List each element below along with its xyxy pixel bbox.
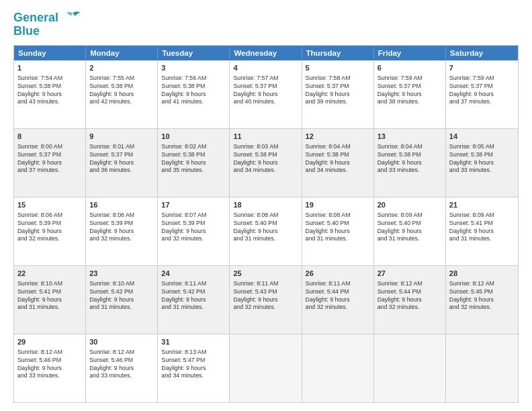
day-info: Sunrise: 8:02 AM: [161, 143, 226, 151]
day-info: Daylight: 9 hours: [306, 296, 370, 304]
header: General Blue: [13, 11, 519, 38]
day-info: and 32 minutes.: [233, 304, 298, 312]
calendar-day-10: 10Sunrise: 8:02 AMSunset: 5:38 PMDayligh…: [158, 129, 230, 197]
day-info: Sunrise: 7:57 AM: [233, 75, 298, 83]
day-info: Sunset: 5:40 PM: [306, 220, 370, 228]
calendar-day-31: 31Sunrise: 8:13 AMSunset: 5:47 PMDayligh…: [158, 334, 230, 402]
day-info: and 33 minutes.: [378, 167, 442, 175]
day-info: Daylight: 9 hours: [233, 159, 298, 167]
day-info: Daylight: 9 hours: [306, 228, 370, 236]
calendar-day-14: 14Sunrise: 8:05 AMSunset: 5:38 PMDayligh…: [446, 129, 518, 197]
day-number: 10: [161, 132, 226, 142]
calendar-day-26: 26Sunrise: 8:11 AMSunset: 5:44 PMDayligh…: [302, 266, 374, 334]
day-info: and 32 minutes.: [89, 235, 154, 243]
calendar-day-3: 3Sunrise: 7:56 AMSunset: 5:38 PMDaylight…: [158, 60, 230, 128]
day-info: Sunset: 5:45 PM: [449, 288, 515, 296]
calendar-day-21: 21Sunrise: 8:09 AMSunset: 5:41 PMDayligh…: [446, 197, 518, 265]
day-info: Daylight: 9 hours: [89, 91, 154, 99]
logo: General Blue: [13, 11, 82, 38]
header-day-thursday: Thursday: [302, 46, 374, 60]
day-number: 4: [233, 63, 298, 73]
day-info: and 31 minutes.: [233, 235, 298, 243]
header-day-tuesday: Tuesday: [158, 46, 230, 60]
day-number: 19: [306, 200, 370, 210]
day-number: 11: [233, 132, 298, 142]
day-info: Daylight: 9 hours: [449, 228, 515, 236]
day-number: 30: [89, 337, 154, 347]
day-info: and 32 minutes.: [17, 235, 82, 243]
day-number: 12: [306, 132, 370, 142]
day-info: Daylight: 9 hours: [89, 296, 154, 304]
day-info: Daylight: 9 hours: [17, 159, 82, 167]
day-info: and 33 minutes.: [449, 167, 515, 175]
day-info: Sunrise: 8:04 AM: [378, 143, 442, 151]
day-info: Daylight: 9 hours: [17, 296, 82, 304]
day-info: Sunset: 5:44 PM: [378, 288, 442, 296]
day-info: Sunset: 5:39 PM: [89, 220, 154, 228]
day-info: Daylight: 9 hours: [378, 228, 442, 236]
calendar-day-8: 8Sunrise: 8:00 AMSunset: 5:37 PMDaylight…: [14, 129, 86, 197]
header-day-saturday: Saturday: [446, 46, 518, 60]
day-info: Sunrise: 8:12 AM: [449, 280, 515, 288]
day-info: Sunset: 5:38 PM: [17, 83, 82, 91]
day-number: 26: [306, 269, 370, 279]
day-info: Sunset: 5:38 PM: [233, 151, 298, 159]
day-info: Sunset: 5:46 PM: [89, 357, 154, 365]
calendar-day-4: 4Sunrise: 7:57 AMSunset: 5:37 PMDaylight…: [230, 60, 302, 128]
day-number: 8: [17, 132, 82, 142]
day-info: and 37 minutes.: [17, 167, 82, 175]
day-info: Sunrise: 7:59 AM: [449, 75, 515, 83]
day-info: Sunrise: 8:09 AM: [378, 212, 442, 220]
day-info: Sunset: 5:38 PM: [161, 83, 226, 91]
day-info: and 33 minutes.: [89, 372, 154, 380]
day-info: Sunset: 5:39 PM: [17, 220, 82, 228]
calendar-day-18: 18Sunrise: 8:08 AMSunset: 5:40 PMDayligh…: [230, 197, 302, 265]
day-info: Sunset: 5:40 PM: [378, 220, 442, 228]
day-info: Daylight: 9 hours: [233, 228, 298, 236]
day-info: Sunset: 5:38 PM: [378, 151, 442, 159]
day-info: Daylight: 9 hours: [17, 91, 82, 99]
day-number: 20: [378, 200, 442, 210]
calendar-day-23: 23Sunrise: 8:10 AMSunset: 5:42 PMDayligh…: [86, 266, 158, 334]
day-info: and 38 minutes.: [378, 98, 442, 106]
calendar-empty: [302, 334, 374, 402]
day-number: 29: [17, 337, 82, 347]
calendar-empty: [374, 334, 446, 402]
day-info: Sunrise: 8:07 AM: [161, 212, 226, 220]
calendar-empty: [230, 334, 302, 402]
day-info: Sunrise: 8:13 AM: [161, 349, 226, 357]
day-number: 9: [89, 132, 154, 142]
day-info: and 32 minutes.: [378, 304, 442, 312]
calendar-week-5: 29Sunrise: 8:12 AMSunset: 5:46 PMDayligh…: [14, 334, 518, 402]
calendar-day-15: 15Sunrise: 8:06 AMSunset: 5:39 PMDayligh…: [14, 197, 86, 265]
day-info: Sunset: 5:38 PM: [306, 151, 370, 159]
day-number: 18: [233, 200, 298, 210]
calendar-day-24: 24Sunrise: 8:11 AMSunset: 5:42 PMDayligh…: [158, 266, 230, 334]
calendar-day-1: 1Sunrise: 7:54 AMSunset: 5:38 PMDaylight…: [14, 60, 86, 128]
day-info: Daylight: 9 hours: [161, 159, 226, 167]
day-info: Sunrise: 7:56 AM: [161, 75, 226, 83]
logo-bird-icon: [63, 11, 82, 26]
day-info: and 39 minutes.: [306, 98, 370, 106]
day-info: Sunrise: 7:58 AM: [306, 75, 370, 83]
day-info: Sunset: 5:39 PM: [161, 220, 226, 228]
day-info: and 41 minutes.: [161, 98, 226, 106]
calendar-day-27: 27Sunrise: 8:12 AMSunset: 5:44 PMDayligh…: [374, 266, 446, 334]
header-day-friday: Friday: [374, 46, 446, 60]
calendar-day-5: 5Sunrise: 7:58 AMSunset: 5:37 PMDaylight…: [302, 60, 374, 128]
day-info: and 34 minutes.: [306, 167, 370, 175]
calendar-day-28: 28Sunrise: 8:12 AMSunset: 5:45 PMDayligh…: [446, 266, 518, 334]
day-info: Sunset: 5:38 PM: [89, 83, 154, 91]
day-info: Sunset: 5:37 PM: [306, 83, 370, 91]
day-info: Sunrise: 8:06 AM: [17, 212, 82, 220]
day-number: 2: [89, 63, 154, 73]
day-info: Sunrise: 8:10 AM: [89, 280, 154, 288]
day-info: Sunset: 5:47 PM: [161, 357, 226, 365]
day-info: Daylight: 9 hours: [89, 159, 154, 167]
day-info: Sunrise: 8:11 AM: [161, 280, 226, 288]
day-info: Sunrise: 8:04 AM: [306, 143, 370, 151]
day-info: Sunrise: 8:03 AM: [233, 143, 298, 151]
page: General Blue SundayMondayTuesdayWednesda…: [0, 0, 532, 411]
day-info: and 40 minutes.: [233, 98, 298, 106]
day-info: and 31 minutes.: [449, 235, 515, 243]
